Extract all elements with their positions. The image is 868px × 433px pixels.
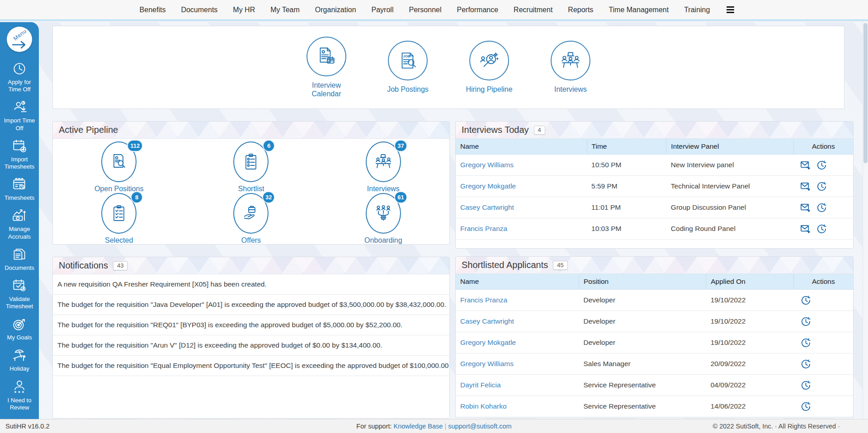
sidebar-item-my-goals[interactable]: My Goals <box>0 316 39 341</box>
panel-title: Interviews Today <box>462 125 529 135</box>
interviewee-name-link[interactable]: Casey Cartwright <box>456 197 587 218</box>
interviewee-name-link[interactable]: Gregory Mokgatle <box>456 176 587 197</box>
applicant-name-link[interactable]: Casey Cartwright <box>456 311 579 332</box>
applicant-name-link[interactable]: Francis Pranza <box>456 290 579 311</box>
onboarding-gear-icon <box>373 203 393 223</box>
column-header-time: Time <box>587 139 666 155</box>
nav-item-organization[interactable]: Organization <box>307 6 364 14</box>
nav-item-personnel[interactable]: Personnel <box>401 6 449 14</box>
quick-action-job-postings[interactable]: JOB Job Postings <box>381 41 434 94</box>
nav-item-performance[interactable]: Performance <box>449 6 506 14</box>
nav-item-training[interactable]: Training <box>676 6 717 14</box>
sidebar-item-holiday[interactable]: Holiday <box>0 347 39 372</box>
panel-title: Active Pipeline <box>59 125 118 135</box>
sidebar-item-label: Validate Timesheet <box>0 296 39 311</box>
quick-action-label: Job Postings <box>387 85 429 94</box>
quick-action-interviews[interactable]: Interviews <box>544 41 597 94</box>
pipeline-interviews[interactable]: 37 Interviews <box>317 141 449 193</box>
interviewee-name-link[interactable]: Gregory Williams <box>456 155 587 176</box>
job-postings-icon: JOB <box>396 49 419 72</box>
applicant-position: Service Representative <box>579 396 706 417</box>
pipeline-label: Onboarding <box>364 236 402 245</box>
quick-action-label: Hiring Pipeline <box>466 85 512 94</box>
pipeline-selected[interactable]: 8 Selected <box>53 193 185 245</box>
nav-item-documents[interactable]: Documents <box>173 6 225 14</box>
column-header-actions: Actions <box>793 274 853 290</box>
sidebar-item-documents[interactable]: Documents <box>0 246 39 272</box>
pipeline-offers[interactable]: 32 Offers <box>185 193 317 245</box>
sidebar-menu-button[interactable]: Menu <box>7 27 32 52</box>
main-content: Interview Calendar JOB Job Postings <box>39 22 868 419</box>
notification-item[interactable]: The budget for the requisition "REQ01" [… <box>53 315 449 335</box>
hamburger-menu-icon[interactable] <box>725 5 736 15</box>
history-clock-icon[interactable] <box>816 181 827 192</box>
applicant-name-link[interactable]: Dayrit Felicia <box>456 375 579 396</box>
nav-item-reports[interactable]: Reports <box>560 6 601 14</box>
send-email-icon[interactable] <box>800 223 811 235</box>
sidebar-item-import-timesheets[interactable]: Import Timesheets <box>0 138 39 171</box>
nav-item-my-hr[interactable]: My HR <box>225 6 263 14</box>
interviewee-name-link[interactable]: Francis Pranza <box>456 218 587 240</box>
send-email-icon[interactable] <box>800 181 811 192</box>
nav-item-my-team[interactable]: My Team <box>263 6 307 14</box>
history-clock-icon[interactable] <box>816 202 827 213</box>
history-clock-icon[interactable] <box>816 160 827 171</box>
interview-row: Francis Pranza 10:03 PM Coding Round Pan… <box>456 218 853 240</box>
knowledge-base-link[interactable]: Knowledge Base <box>394 423 443 430</box>
history-clock-icon[interactable] <box>816 223 827 235</box>
history-clock-icon[interactable] <box>800 316 811 327</box>
notifications-count-badge: 43 <box>113 261 127 270</box>
nav-item-time-management[interactable]: Time Management <box>601 6 676 14</box>
history-clock-icon[interactable] <box>800 380 811 391</box>
support-email-link[interactable]: support@sutisoft.com <box>448 423 511 430</box>
shortlisted-applicants-table: Name Position Applied On Actions Francis… <box>456 274 853 417</box>
pipeline-open-positions[interactable]: 112 Open Positions <box>53 141 185 193</box>
nav-item-payroll[interactable]: Payroll <box>364 6 401 14</box>
vertical-scrollbar[interactable] <box>863 22 868 419</box>
applicant-position: Developer <box>579 290 706 311</box>
sidebar-item-timesheets[interactable]: Timesheets <box>0 176 39 202</box>
interview-time: 11:01 PM <box>587 197 666 218</box>
active-pipeline-panel: Active Pipeline 112 <box>52 121 450 245</box>
person-import-icon <box>11 99 28 115</box>
applicant-name-link[interactable]: Gregory Williams <box>456 353 579 375</box>
pipeline-shortlist[interactable]: 6 Shortlist <box>185 141 317 193</box>
target-icon <box>11 316 28 332</box>
column-header-position: Position <box>579 274 706 290</box>
notification-item[interactable]: The budget for the requisition "Equal Em… <box>53 356 449 376</box>
notification-item[interactable]: A new requisition QA Fresher Requirement… <box>53 274 449 295</box>
nav-item-recruitment[interactable]: Recruitment <box>506 6 560 14</box>
sidebar-item-manage-accruals[interactable]: Manage Accruals <box>0 207 39 240</box>
send-email-icon[interactable] <box>800 160 811 171</box>
sidebar-item-label: Apply for Time Off <box>0 79 39 94</box>
sidebar-item-label: Import Time Off <box>0 117 39 132</box>
sidebar-item-apply-for-time-off[interactable]: Apply for Time Off <box>0 61 39 94</box>
scrollbar-thumb[interactable] <box>863 23 868 163</box>
applicant-name-link[interactable]: Robin Koharko <box>456 396 579 417</box>
quick-action-interview-calendar[interactable]: Interview Calendar <box>300 37 353 98</box>
panel-title: Shortlisted Applicants <box>462 260 548 270</box>
sidebar-item-validate-timesheet[interactable]: Validate Timesheet <box>0 278 39 311</box>
pipeline-onboarding[interactable]: 61 Onboarding <box>317 193 449 245</box>
sidebar-item-import-time-off[interactable]: Import Time Off <box>0 99 39 132</box>
interview-panel: Coding Round Panel <box>666 218 793 240</box>
history-clock-icon[interactable] <box>800 337 811 348</box>
send-email-icon[interactable] <box>800 202 811 213</box>
documents-icon <box>11 246 28 263</box>
applicant-applied-on: 19/10/2022 <box>706 311 793 332</box>
history-clock-icon[interactable] <box>800 295 811 306</box>
applicant-row: Dayrit Felicia Service Representative 04… <box>456 375 853 396</box>
money-chart-icon <box>11 207 28 224</box>
interviews-today-table: Name Time Interview Panel Actions Gregor… <box>456 139 853 240</box>
applicant-name-link[interactable]: Gregory Mokgatle <box>456 332 579 353</box>
quick-action-hiring-pipeline[interactable]: Hiring Pipeline <box>462 41 516 94</box>
notification-item[interactable]: The budget for the requisition "Java Dev… <box>53 295 449 315</box>
applicant-row: Gregory Williams Sales Manager 20/09/202… <box>456 353 853 375</box>
interview-row: Gregory Mokgatle 5:59 PM Technical Inter… <box>456 176 853 197</box>
history-clock-icon[interactable] <box>800 358 811 370</box>
notification-item[interactable]: The budget for the requisition "Arun V" … <box>53 335 449 356</box>
nav-item-benefits[interactable]: Benefits <box>132 6 174 14</box>
history-clock-icon[interactable] <box>800 401 811 412</box>
sidebar-item-i-need-to-review[interactable]: I Need to Review <box>0 379 39 412</box>
applicant-position: Developer <box>579 332 706 353</box>
